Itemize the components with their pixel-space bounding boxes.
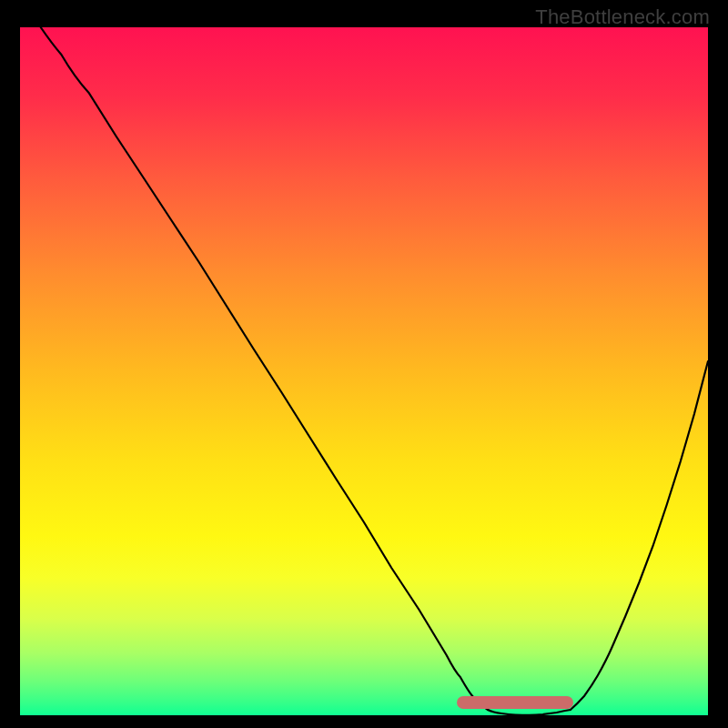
chart-frame (20, 27, 708, 715)
right-ascending-curve (571, 361, 708, 710)
curve-layer (20, 27, 708, 715)
highlight-bar (457, 696, 573, 709)
watermark-text: TheBottleneck.com (535, 5, 710, 29)
valley-floor-curve (488, 710, 571, 715)
left-descending-curve (41, 27, 488, 710)
